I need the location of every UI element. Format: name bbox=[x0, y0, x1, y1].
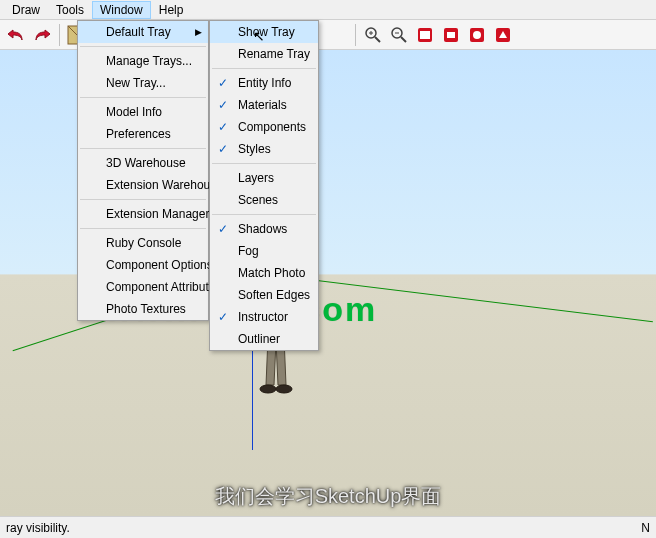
svg-point-16 bbox=[276, 385, 292, 393]
svg-line-2 bbox=[375, 37, 380, 42]
zoom-out-button[interactable] bbox=[387, 23, 411, 47]
tray-submenu-item-label: Outliner bbox=[238, 332, 280, 346]
window-menu-item-9[interactable]: Extension Warehouse bbox=[78, 174, 208, 196]
window-menu-item-label: Extension Warehouse bbox=[106, 178, 223, 192]
tray-submenu-item-9[interactable]: Scenes bbox=[210, 189, 318, 211]
tray-submenu-item-label: Materials bbox=[238, 98, 287, 112]
window-menu-separator bbox=[80, 97, 206, 98]
window-menu-item-16[interactable]: Photo Textures bbox=[78, 298, 208, 320]
window-menu-separator bbox=[80, 199, 206, 200]
tray-submenu-item-label: Match Photo bbox=[238, 266, 305, 280]
menu-help[interactable]: Help bbox=[151, 1, 192, 19]
window-menu-item-13[interactable]: Ruby Console bbox=[78, 232, 208, 254]
tray-submenu-item-label: Layers bbox=[238, 171, 274, 185]
tray-submenu-separator bbox=[212, 163, 316, 164]
tray-submenu-item-14[interactable]: Soften Edges bbox=[210, 284, 318, 306]
submenu-arrow-icon: ▶ bbox=[195, 27, 202, 37]
status-left: ray visibility. bbox=[6, 521, 70, 535]
window-menu-item-8[interactable]: 3D Warehouse bbox=[78, 152, 208, 174]
window-menu-item-label: Model Info bbox=[106, 105, 162, 119]
layout-tool-3[interactable] bbox=[465, 23, 489, 47]
tray-submenu-item-1[interactable]: Rename Tray bbox=[210, 43, 318, 65]
check-icon: ✓ bbox=[218, 222, 228, 236]
tray-submenu-item-label: Soften Edges bbox=[238, 288, 310, 302]
tray-submenu-item-label: Scenes bbox=[238, 193, 278, 207]
tray-submenu-item-6[interactable]: ✓Styles bbox=[210, 138, 318, 160]
tray-submenu-item-label: Show Tray bbox=[238, 25, 295, 39]
tray-submenu-item-3[interactable]: ✓Entity Info bbox=[210, 72, 318, 94]
window-menu-item-15[interactable]: Component Attributes bbox=[78, 276, 208, 298]
tray-submenu-item-8[interactable]: Layers bbox=[210, 167, 318, 189]
tray-submenu-item-label: Fog bbox=[238, 244, 259, 258]
window-menu-item-label: Photo Textures bbox=[106, 302, 186, 316]
tray-submenu-separator bbox=[212, 214, 316, 215]
menu-draw[interactable]: Draw bbox=[4, 1, 48, 19]
svg-point-15 bbox=[260, 385, 276, 393]
window-menu-item-label: Extension Manager bbox=[106, 207, 209, 221]
tray-submenu-item-16[interactable]: Outliner bbox=[210, 328, 318, 350]
tray-submenu-item-11[interactable]: ✓Shadows bbox=[210, 218, 318, 240]
menu-window[interactable]: Window bbox=[92, 1, 151, 19]
tray-submenu-item-0[interactable]: Show Tray bbox=[210, 21, 318, 43]
tray-submenu-item-label: Instructor bbox=[238, 310, 288, 324]
layout-tool-4[interactable] bbox=[491, 23, 515, 47]
layout-tool-1[interactable] bbox=[413, 23, 437, 47]
window-menu-item-6[interactable]: Preferences bbox=[78, 123, 208, 145]
svg-line-6 bbox=[401, 37, 406, 42]
menu-tools[interactable]: Tools bbox=[48, 1, 92, 19]
tray-submenu-item-5[interactable]: ✓Components bbox=[210, 116, 318, 138]
statusbar: ray visibility. N bbox=[0, 516, 656, 538]
check-icon: ✓ bbox=[218, 120, 228, 134]
redo-button[interactable] bbox=[30, 23, 54, 47]
window-menu-item-2[interactable]: Manage Trays... bbox=[78, 50, 208, 72]
check-icon: ✓ bbox=[218, 76, 228, 90]
tray-submenu-item-12[interactable]: Fog bbox=[210, 240, 318, 262]
toolbar-separator bbox=[355, 24, 356, 46]
tray-submenu-item-label: Components bbox=[238, 120, 306, 134]
tray-submenu-separator bbox=[212, 68, 316, 69]
tray-submenu-item-15[interactable]: ✓Instructor bbox=[210, 306, 318, 328]
check-icon: ✓ bbox=[218, 98, 228, 112]
window-menu-separator bbox=[80, 228, 206, 229]
window-menu-separator bbox=[80, 46, 206, 47]
default-tray-submenu: Show TrayRename Tray✓Entity Info✓Materia… bbox=[209, 20, 319, 351]
check-icon: ✓ bbox=[218, 142, 228, 156]
window-menu-item-5[interactable]: Model Info bbox=[78, 101, 208, 123]
layout-tool-2[interactable] bbox=[439, 23, 463, 47]
window-menu-dropdown: Default Tray▶Manage Trays...New Tray...M… bbox=[77, 20, 209, 321]
tray-submenu-item-label: Shadows bbox=[238, 222, 287, 236]
menubar: Draw Tools Window Help bbox=[0, 0, 656, 20]
tray-submenu-item-label: Styles bbox=[238, 142, 271, 156]
window-menu-item-label: Component Attributes bbox=[106, 280, 221, 294]
tray-submenu-item-4[interactable]: ✓Materials bbox=[210, 94, 318, 116]
tray-submenu-item-label: Entity Info bbox=[238, 76, 291, 90]
window-menu-item-label: Preferences bbox=[106, 127, 171, 141]
window-menu-item-label: Ruby Console bbox=[106, 236, 181, 250]
window-menu-item-0[interactable]: Default Tray▶ bbox=[78, 21, 208, 43]
status-right: N bbox=[641, 521, 650, 535]
window-menu-item-14[interactable]: Component Options bbox=[78, 254, 208, 276]
window-menu-item-label: Manage Trays... bbox=[106, 54, 192, 68]
svg-rect-9 bbox=[420, 31, 430, 39]
window-menu-item-label: Default Tray bbox=[106, 25, 171, 39]
window-menu-item-3[interactable]: New Tray... bbox=[78, 72, 208, 94]
svg-point-12 bbox=[473, 31, 481, 39]
window-menu-separator bbox=[80, 148, 206, 149]
check-icon: ✓ bbox=[218, 310, 228, 324]
window-menu-item-11[interactable]: Extension Manager bbox=[78, 203, 208, 225]
zoom-in-button[interactable] bbox=[361, 23, 385, 47]
undo-button[interactable] bbox=[4, 23, 28, 47]
subtitle-text: 我们会学习SketchUp界面 bbox=[215, 483, 442, 510]
window-menu-item-label: 3D Warehouse bbox=[106, 156, 186, 170]
tray-submenu-item-13[interactable]: Match Photo bbox=[210, 262, 318, 284]
toolbar-separator bbox=[59, 24, 60, 46]
tray-submenu-item-label: Rename Tray bbox=[238, 47, 310, 61]
window-menu-item-label: Component Options bbox=[106, 258, 213, 272]
window-menu-item-label: New Tray... bbox=[106, 76, 166, 90]
